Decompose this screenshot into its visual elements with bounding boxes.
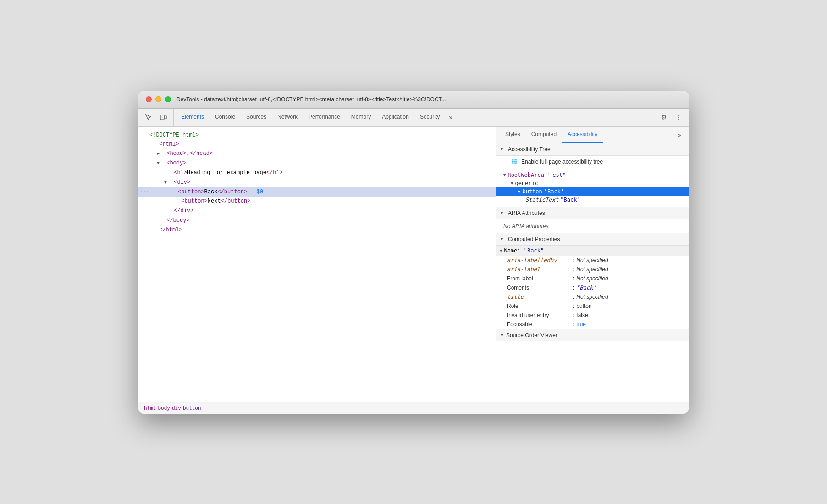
- collapse-div-icon[interactable]: [164, 179, 171, 187]
- name-subheader-triangle[interactable]: ▼: [500, 248, 502, 253]
- close-button[interactable]: [146, 96, 152, 102]
- tab-accessibility[interactable]: Accessibility: [562, 127, 603, 143]
- contents-value: "Back": [576, 285, 596, 291]
- dom-panel[interactable]: <!DOCTYPE html> <html> <head>…</head> <b…: [138, 127, 496, 402]
- a11y-tree: ▼ RootWebArea "Test" ▼ generic: [496, 168, 689, 207]
- a11y-tree-collapse-icon[interactable]: [500, 147, 506, 152]
- prop-aria-label: aria-label : Not specified: [496, 265, 689, 274]
- button-back-type: button: [522, 188, 542, 195]
- expand-head-icon[interactable]: [157, 150, 163, 158]
- title-bar: DevTools - data:text/html;charset=utf-8,…: [138, 91, 689, 109]
- dom-line-div-close[interactable]: </div>: [138, 206, 496, 216]
- aria-label: ARIA Attributes: [508, 210, 545, 216]
- breadcrumb-div[interactable]: div: [172, 405, 181, 411]
- dom-line-h1[interactable]: <h1>Heading for example page</h1>: [138, 168, 496, 178]
- focusable-value: true: [576, 321, 586, 328]
- generic-triangle[interactable]: ▼: [511, 181, 513, 186]
- prop-role: Role : button: [496, 301, 689, 311]
- computed-name-subheader[interactable]: ▼ Name: "Back": [496, 246, 689, 256]
- tab-sources[interactable]: Sources: [241, 109, 272, 126]
- button-back-value: "Back": [544, 188, 564, 195]
- computed-properties-header[interactable]: Computed Properties: [496, 233, 689, 246]
- enable-full-page-icon: 🌐: [511, 159, 518, 164]
- dom-line-body-close[interactable]: </body>: [138, 216, 496, 225]
- tree-row-root[interactable]: ▼ RootWebArea "Test": [496, 171, 689, 179]
- tree-row-statictext[interactable]: StaticText "Back": [496, 196, 689, 204]
- tab-memory[interactable]: Memory: [346, 109, 376, 126]
- main-tab-bar: Elements Console Sources Network Perform…: [138, 109, 689, 127]
- h1-space: [164, 169, 171, 177]
- title-value: Not specified: [576, 294, 608, 300]
- right-panel: Styles Computed Accessibility » Accessib…: [496, 127, 689, 402]
- button-back-space: [171, 188, 178, 196]
- window-title: DevTools - data:text/html;charset=utf-8,…: [176, 96, 681, 103]
- svg-rect-0: [160, 115, 164, 120]
- root-triangle[interactable]: ▼: [503, 173, 506, 177]
- statictext-value: "Back": [560, 197, 580, 203]
- tab-performance[interactable]: Performance: [303, 109, 346, 126]
- tab-console[interactable]: Console: [210, 109, 241, 126]
- settings-icon[interactable]: ⚙: [657, 111, 670, 124]
- tab-styles[interactable]: Styles: [500, 127, 526, 143]
- invalid-value: false: [576, 312, 588, 318]
- more-tabs-icon[interactable]: »: [445, 109, 456, 126]
- prop-contents: Contents : "Back": [496, 283, 689, 292]
- tree-node-root: ▼ RootWebArea "Test" ▼ generic: [496, 170, 689, 205]
- dom-line-head[interactable]: <head>…</head>: [138, 149, 496, 159]
- prop-invalid: Invalid user entry : false: [496, 311, 689, 320]
- dom-line-doctype[interactable]: <!DOCTYPE html>: [138, 131, 496, 140]
- devtools-icons: [142, 109, 174, 126]
- traffic-lights: [146, 96, 171, 102]
- accessibility-content: Accessibility Tree 🌐 Enable full-page ac…: [496, 143, 689, 402]
- prop-aria-labelledby: aria-labelledby : Not specified: [496, 256, 689, 265]
- tab-elements[interactable]: Elements: [176, 109, 210, 126]
- dom-line-html-close[interactable]: </html>: [138, 225, 496, 235]
- prop-from-label: From label : Not specified: [496, 274, 689, 283]
- aria-label-value: Not specified: [576, 266, 608, 273]
- dom-line-html[interactable]: <html>: [138, 140, 496, 149]
- equal-sign: ==: [250, 188, 256, 196]
- right-more-tabs-icon[interactable]: »: [674, 127, 685, 143]
- tab-security[interactable]: Security: [414, 109, 445, 126]
- maximize-button[interactable]: [165, 96, 171, 102]
- svg-rect-1: [165, 116, 166, 119]
- minimize-button[interactable]: [155, 96, 161, 102]
- enable-full-page-label: Enable full-page accessibility tree: [521, 159, 603, 165]
- aria-collapse-icon[interactable]: [500, 211, 506, 215]
- computed-label: Computed Properties: [508, 236, 560, 242]
- tab-computed[interactable]: Computed: [526, 127, 562, 143]
- a11y-tree-label: Accessibility Tree: [508, 146, 551, 153]
- breadcrumb-body[interactable]: body: [158, 405, 171, 411]
- dollar-zero: $0: [257, 188, 263, 196]
- role-value: button: [576, 303, 591, 309]
- dom-line-body[interactable]: <body>: [138, 159, 496, 168]
- collapse-body-icon[interactable]: [157, 159, 163, 168]
- device-toggle-icon[interactable]: [157, 111, 170, 124]
- more-options-icon[interactable]: ⋮: [672, 111, 685, 124]
- source-order-label: Source Order Viewer: [506, 332, 557, 339]
- generic-type: generic: [515, 180, 538, 186]
- tab-network[interactable]: Network: [272, 109, 303, 126]
- dom-line-div[interactable]: <div>: [138, 178, 496, 187]
- tab-application[interactable]: Application: [376, 109, 414, 126]
- tree-row-generic[interactable]: ▼ generic: [496, 179, 689, 187]
- source-order-collapse-icon[interactable]: [500, 333, 506, 338]
- select-element-icon[interactable]: [142, 111, 155, 124]
- dom-line-button-next[interactable]: <button>Next</button>: [138, 197, 496, 206]
- breadcrumb-html[interactable]: html: [144, 405, 156, 411]
- statictext-type: StaticText: [525, 197, 558, 203]
- button-back-triangle[interactable]: ▼: [518, 189, 520, 194]
- prop-focusable: Focusable : true: [496, 320, 689, 329]
- tree-row-button-back[interactable]: ▼ button "Back": [496, 187, 689, 196]
- devtools-window: DevTools - data:text/html;charset=utf-8,…: [138, 91, 689, 414]
- enable-full-page-checkbox[interactable]: [502, 159, 507, 164]
- dom-line-button-back[interactable]: ··· <button>Back</button> == $0: [138, 187, 496, 197]
- breadcrumb-button[interactable]: button: [183, 405, 201, 411]
- computed-name-value: Name: "Back": [504, 247, 544, 254]
- aria-attributes-header[interactable]: ARIA Attributes: [496, 207, 689, 219]
- button-next-space: [171, 197, 178, 206]
- source-order-header[interactable]: Source Order Viewer: [496, 329, 689, 341]
- root-type: RootWebArea: [507, 172, 544, 178]
- computed-collapse-icon[interactable]: [500, 237, 506, 241]
- accessibility-tree-header[interactable]: Accessibility Tree: [496, 143, 689, 156]
